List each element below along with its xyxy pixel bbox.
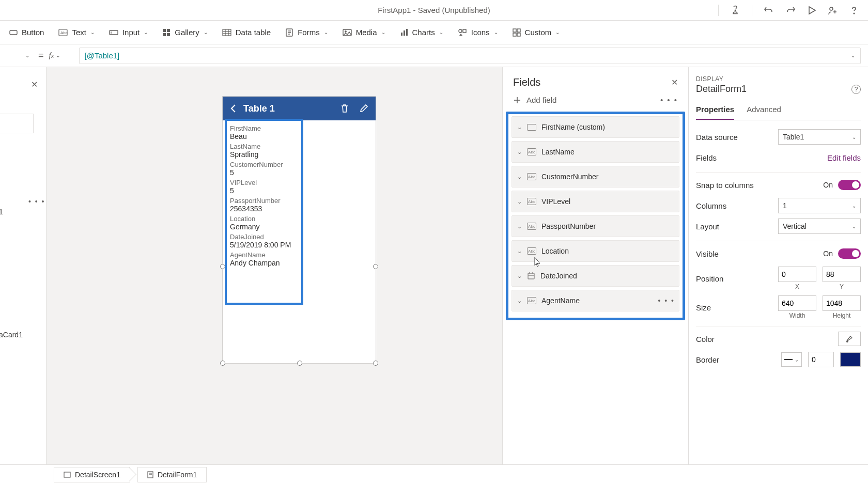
chevron-down-icon[interactable]: ⌄ bbox=[517, 223, 522, 230]
field-row[interactable]: ⌄ Abc CustomerNumber bbox=[512, 166, 679, 188]
data-card[interactable]: Location Germany bbox=[230, 215, 368, 231]
prop-label-layout: Layout bbox=[696, 222, 719, 231]
field-name: DateJoined bbox=[540, 272, 577, 280]
data-card[interactable]: VIPLevel 5 bbox=[230, 179, 368, 195]
field-name: VIPLevel bbox=[541, 197, 570, 206]
border-width-input[interactable] bbox=[808, 352, 834, 367]
chevron-down-icon: ⌄ bbox=[381, 29, 385, 35]
tab-advanced[interactable]: Advanced bbox=[747, 102, 781, 120]
data-card[interactable]: LastName Spratling bbox=[230, 143, 368, 159]
resize-handle[interactable] bbox=[297, 361, 302, 366]
resize-handle[interactable] bbox=[373, 361, 378, 366]
add-field-button[interactable]: Add field bbox=[513, 96, 556, 104]
resize-handle[interactable] bbox=[220, 361, 225, 366]
chevron-down-icon: ⌄ bbox=[204, 29, 208, 35]
tab-properties[interactable]: Properties bbox=[696, 102, 734, 120]
svg-rect-27 bbox=[463, 29, 466, 33]
help-icon[interactable]: ? bbox=[851, 85, 861, 94]
field-row[interactable]: ⌄ Abc Location bbox=[512, 240, 679, 262]
snap-toggle[interactable] bbox=[838, 180, 861, 190]
ribbon-custom[interactable]: Custom ⌄ bbox=[513, 28, 560, 37]
columns-dropdown[interactable]: 1 ⌄ bbox=[778, 198, 861, 213]
phone-preview[interactable]: Table 1 FirstName BeauLastName Spratling… bbox=[222, 96, 376, 364]
ribbon-icons-label: Icons bbox=[471, 28, 490, 37]
field-row[interactable]: ⌄ Abc AgentName• • • bbox=[512, 290, 679, 311]
height-input[interactable] bbox=[823, 295, 861, 311]
help-icon[interactable] bbox=[849, 6, 859, 15]
prop-label-data-source: Data source bbox=[696, 133, 738, 142]
edit-icon[interactable] bbox=[360, 104, 368, 113]
delete-icon[interactable] bbox=[340, 104, 349, 113]
field-row[interactable]: ⌄ DateJoined bbox=[512, 265, 679, 287]
data-card[interactable]: DateJoined 5/19/2019 8:00 PM bbox=[230, 233, 368, 249]
breadcrumb-form[interactable]: DetailForm1 bbox=[137, 467, 207, 482]
color-picker[interactable] bbox=[838, 332, 861, 346]
property-dropdown[interactable]: ⌄ bbox=[7, 48, 33, 64]
width-input[interactable] bbox=[778, 295, 816, 311]
ribbon-charts[interactable]: Charts ⌄ bbox=[400, 28, 443, 37]
more-icon[interactable]: • • • bbox=[28, 197, 45, 206]
data-card[interactable]: AgentName Andy Champan bbox=[230, 251, 368, 267]
field-row[interactable]: ⌄ FirstName (custom) bbox=[512, 116, 679, 138]
data-card[interactable]: CustomerNumber 5 bbox=[230, 161, 368, 177]
ribbon-input[interactable]: Input ⌄ bbox=[109, 28, 148, 37]
more-icon[interactable]: • • • bbox=[660, 96, 678, 104]
undo-icon[interactable] bbox=[764, 5, 774, 15]
ribbon-input-label: Input bbox=[122, 28, 140, 37]
share-icon[interactable] bbox=[828, 5, 838, 15]
field-label: LastName bbox=[230, 143, 368, 150]
selected-object-name: DetailForm1 bbox=[696, 84, 747, 95]
close-icon[interactable]: ✕ bbox=[671, 77, 678, 87]
pos-x-sub: X bbox=[795, 283, 799, 290]
chevron-down-icon[interactable]: ⌄ bbox=[517, 298, 522, 304]
chevron-down-icon[interactable]: ⌄ bbox=[517, 198, 522, 205]
search-box[interactable] bbox=[0, 114, 34, 133]
fx-button[interactable]: fx ⌄ bbox=[49, 51, 74, 60]
field-row[interactable]: ⌄ Abc PassportNumber bbox=[512, 215, 679, 237]
back-icon[interactable] bbox=[230, 104, 237, 113]
position-y-input[interactable] bbox=[823, 267, 861, 282]
ribbon-icons[interactable]: Icons ⌄ bbox=[458, 28, 498, 37]
layout-dropdown[interactable]: Vertical ⌄ bbox=[778, 218, 861, 234]
formula-input[interactable]: [@Table1] ⌄ bbox=[79, 48, 861, 64]
chevron-down-icon[interactable]: ⌄ bbox=[517, 149, 522, 155]
resize-handle[interactable] bbox=[373, 264, 378, 269]
redo-icon[interactable] bbox=[785, 5, 796, 15]
field-value: 25634353 bbox=[230, 205, 368, 213]
visible-toggle[interactable] bbox=[838, 248, 861, 259]
play-icon[interactable] bbox=[807, 6, 816, 15]
more-icon[interactable]: • • • bbox=[658, 296, 675, 305]
calendar-icon bbox=[527, 272, 535, 280]
breadcrumb-screen[interactable]: DetailScreen1 bbox=[54, 467, 130, 482]
ribbon-media[interactable]: Media ⌄ bbox=[343, 28, 385, 37]
ribbon-forms[interactable]: Forms ⌄ bbox=[285, 28, 328, 37]
close-icon[interactable]: ✕ bbox=[31, 80, 38, 89]
edit-fields-link[interactable]: Edit fields bbox=[827, 153, 861, 162]
data-card[interactable]: PassportNumber 25634353 bbox=[230, 197, 368, 213]
canvas[interactable]: Table 1 FirstName BeauLastName Spratling… bbox=[47, 67, 502, 464]
field-row[interactable]: ⌄ Abc VIPLevel bbox=[512, 191, 679, 212]
chevron-down-icon[interactable]: ⌄ bbox=[517, 124, 522, 131]
field-value: Beau bbox=[230, 132, 368, 140]
screen-header: Table 1 bbox=[223, 97, 376, 120]
chevron-down-icon[interactable]: ⌄ bbox=[517, 248, 522, 255]
data-source-dropdown[interactable]: Table1 ⌄ bbox=[778, 129, 861, 145]
ribbon-datatable-label: Data table bbox=[236, 28, 271, 37]
field-label: DateJoined bbox=[230, 233, 368, 241]
chevron-down-icon[interactable]: ⌄ bbox=[517, 174, 522, 180]
position-x-input[interactable] bbox=[778, 267, 816, 282]
text-icon: Abc bbox=[527, 247, 536, 255]
ribbon-button[interactable]: Button bbox=[9, 28, 44, 37]
border-style-dropdown[interactable]: ⌄ bbox=[781, 352, 802, 367]
tree-item[interactable]: aCard1 bbox=[0, 331, 23, 339]
border-color-swatch[interactable] bbox=[840, 352, 861, 367]
field-row[interactable]: ⌄ Abc LastName bbox=[512, 141, 679, 163]
ribbon-gallery[interactable]: Gallery ⌄ bbox=[162, 28, 208, 37]
resize-handle[interactable] bbox=[220, 264, 225, 269]
app-checker-icon[interactable] bbox=[730, 5, 740, 15]
chevron-down-icon[interactable]: ⌄ bbox=[517, 273, 522, 279]
ribbon-text[interactable]: Abc Text ⌄ bbox=[58, 28, 95, 37]
ribbon-datatable[interactable]: Data table bbox=[222, 28, 271, 37]
tree-item[interactable]: 1 bbox=[0, 208, 3, 216]
data-card[interactable]: FirstName Beau bbox=[230, 124, 368, 140]
